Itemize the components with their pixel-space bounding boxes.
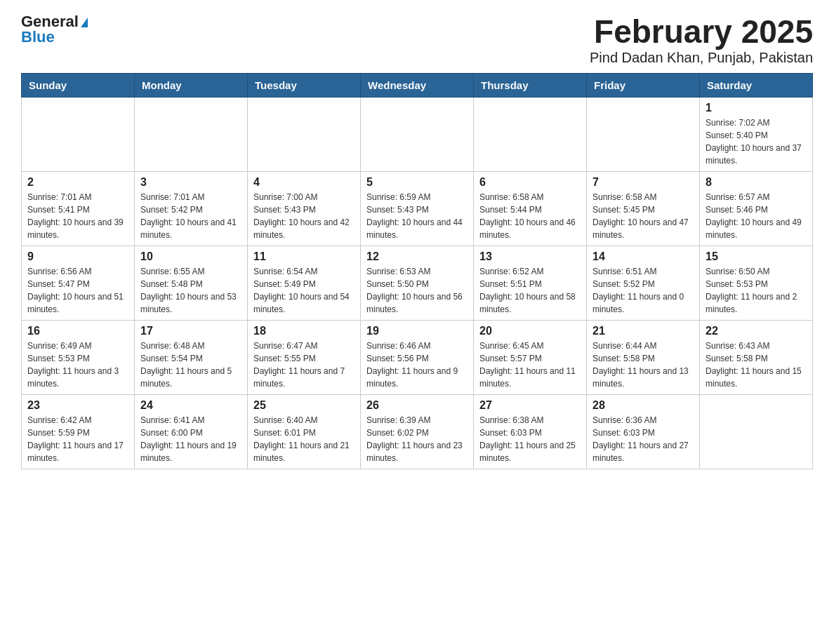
- day-number: 25: [253, 399, 355, 412]
- day-number: 8: [706, 176, 807, 189]
- day-info: Sunrise: 7:00 AMSunset: 5:43 PMDaylight:…: [253, 191, 355, 241]
- calendar-cell: 28Sunrise: 6:36 AMSunset: 6:03 PMDayligh…: [587, 394, 700, 469]
- day-number: 13: [479, 250, 581, 263]
- day-info: Sunrise: 6:57 AMSunset: 5:46 PMDaylight:…: [706, 191, 807, 241]
- day-info: Sunrise: 6:36 AMSunset: 6:03 PMDaylight:…: [593, 414, 694, 464]
- logo-triangle-icon: [81, 18, 88, 27]
- logo: General Blue: [21, 14, 88, 45]
- calendar-table: SundayMondayTuesdayWednesdayThursdayFrid…: [21, 73, 813, 469]
- calendar-week-row: 9Sunrise: 6:56 AMSunset: 5:47 PMDaylight…: [22, 246, 813, 320]
- day-number: 11: [253, 250, 355, 263]
- day-info: Sunrise: 7:02 AMSunset: 5:40 PMDaylight:…: [706, 116, 807, 167]
- day-info: Sunrise: 6:49 AMSunset: 5:53 PMDaylight:…: [27, 340, 128, 390]
- day-info: Sunrise: 6:58 AMSunset: 5:44 PMDaylight:…: [479, 191, 581, 241]
- calendar-cell: 13Sunrise: 6:52 AMSunset: 5:51 PMDayligh…: [474, 246, 587, 320]
- day-number: 27: [479, 399, 581, 412]
- day-number: 5: [366, 176, 468, 189]
- day-number: 23: [27, 399, 128, 412]
- day-number: 12: [366, 250, 468, 263]
- calendar-subtitle: Pind Dadan Khan, Punjab, Pakistan: [590, 50, 813, 66]
- day-number: 2: [27, 176, 128, 189]
- day-number: 19: [366, 325, 468, 337]
- calendar-cell: 20Sunrise: 6:45 AMSunset: 5:57 PMDayligh…: [474, 320, 587, 394]
- day-info: Sunrise: 6:38 AMSunset: 6:03 PMDaylight:…: [479, 414, 581, 464]
- calendar-cell: [361, 97, 474, 171]
- calendar-cell: 15Sunrise: 6:50 AMSunset: 5:53 PMDayligh…: [700, 246, 813, 320]
- calendar-cell: 16Sunrise: 6:49 AMSunset: 5:53 PMDayligh…: [22, 320, 135, 394]
- day-number: 1: [706, 102, 807, 114]
- day-info: Sunrise: 6:43 AMSunset: 5:58 PMDaylight:…: [706, 340, 807, 390]
- weekday-header-thursday: Thursday: [474, 73, 587, 97]
- day-number: 24: [140, 399, 241, 412]
- calendar-cell: 11Sunrise: 6:54 AMSunset: 5:49 PMDayligh…: [248, 246, 361, 320]
- day-number: 21: [593, 325, 694, 337]
- calendar-cell: 25Sunrise: 6:40 AMSunset: 6:01 PMDayligh…: [248, 394, 361, 469]
- day-info: Sunrise: 6:50 AMSunset: 5:53 PMDaylight:…: [706, 265, 807, 316]
- logo-top-line: General: [21, 14, 88, 29]
- day-number: 9: [27, 250, 128, 263]
- calendar-cell: 14Sunrise: 6:51 AMSunset: 5:52 PMDayligh…: [587, 246, 700, 320]
- day-info: Sunrise: 6:41 AMSunset: 6:00 PMDaylight:…: [140, 414, 241, 464]
- day-number: 3: [140, 176, 241, 189]
- calendar-cell: 22Sunrise: 6:43 AMSunset: 5:58 PMDayligh…: [700, 320, 813, 394]
- calendar-cell: 5Sunrise: 6:59 AMSunset: 5:43 PMDaylight…: [361, 171, 474, 246]
- calendar-cell: 4Sunrise: 7:00 AMSunset: 5:43 PMDaylight…: [248, 171, 361, 246]
- day-info: Sunrise: 6:40 AMSunset: 6:01 PMDaylight:…: [253, 414, 355, 464]
- calendar-week-row: 2Sunrise: 7:01 AMSunset: 5:41 PMDaylight…: [22, 171, 813, 246]
- weekday-header-friday: Friday: [587, 73, 700, 97]
- page-header: General Blue February 2025 Pind Dadan Kh…: [21, 14, 813, 66]
- calendar-cell: 1Sunrise: 7:02 AMSunset: 5:40 PMDaylight…: [700, 97, 813, 171]
- day-number: 10: [140, 250, 241, 263]
- day-number: 28: [593, 399, 694, 412]
- calendar-cell: [135, 97, 248, 171]
- day-info: Sunrise: 6:56 AMSunset: 5:47 PMDaylight:…: [27, 265, 128, 316]
- calendar-cell: 7Sunrise: 6:58 AMSunset: 5:45 PMDaylight…: [587, 171, 700, 246]
- day-number: 22: [706, 325, 807, 337]
- day-info: Sunrise: 6:54 AMSunset: 5:49 PMDaylight:…: [253, 265, 355, 316]
- day-info: Sunrise: 6:52 AMSunset: 5:51 PMDaylight:…: [479, 265, 581, 316]
- day-info: Sunrise: 6:58 AMSunset: 5:45 PMDaylight:…: [593, 191, 694, 241]
- weekday-header-row: SundayMondayTuesdayWednesdayThursdayFrid…: [22, 73, 813, 97]
- day-info: Sunrise: 6:55 AMSunset: 5:48 PMDaylight:…: [140, 265, 241, 316]
- calendar-cell: 3Sunrise: 7:01 AMSunset: 5:42 PMDaylight…: [135, 171, 248, 246]
- calendar-body: 1Sunrise: 7:02 AMSunset: 5:40 PMDaylight…: [22, 97, 813, 469]
- day-info: Sunrise: 6:46 AMSunset: 5:56 PMDaylight:…: [366, 340, 468, 390]
- calendar-cell: 19Sunrise: 6:46 AMSunset: 5:56 PMDayligh…: [361, 320, 474, 394]
- calendar-cell: 24Sunrise: 6:41 AMSunset: 6:00 PMDayligh…: [135, 394, 248, 469]
- weekday-header-saturday: Saturday: [700, 73, 813, 97]
- day-number: 15: [706, 250, 807, 263]
- calendar-cell: 8Sunrise: 6:57 AMSunset: 5:46 PMDaylight…: [700, 171, 813, 246]
- logo-blue-text: Blue: [21, 28, 55, 46]
- day-info: Sunrise: 6:44 AMSunset: 5:58 PMDaylight:…: [593, 340, 694, 390]
- title-block: February 2025 Pind Dadan Khan, Punjab, P…: [590, 14, 813, 66]
- day-number: 18: [253, 325, 355, 337]
- weekday-header-sunday: Sunday: [22, 73, 135, 97]
- day-info: Sunrise: 6:47 AMSunset: 5:55 PMDaylight:…: [253, 340, 355, 390]
- day-info: Sunrise: 6:42 AMSunset: 5:59 PMDaylight:…: [27, 414, 128, 464]
- weekday-header-wednesday: Wednesday: [361, 73, 474, 97]
- day-number: 6: [479, 176, 581, 189]
- calendar-cell: [587, 97, 700, 171]
- calendar-cell: 2Sunrise: 7:01 AMSunset: 5:41 PMDaylight…: [22, 171, 135, 246]
- calendar-header: SundayMondayTuesdayWednesdayThursdayFrid…: [22, 73, 813, 97]
- calendar-cell: 18Sunrise: 6:47 AMSunset: 5:55 PMDayligh…: [248, 320, 361, 394]
- calendar-cell: 21Sunrise: 6:44 AMSunset: 5:58 PMDayligh…: [587, 320, 700, 394]
- day-info: Sunrise: 6:39 AMSunset: 6:02 PMDaylight:…: [366, 414, 468, 464]
- day-info: Sunrise: 7:01 AMSunset: 5:42 PMDaylight:…: [140, 191, 241, 241]
- calendar-cell: [248, 97, 361, 171]
- day-info: Sunrise: 7:01 AMSunset: 5:41 PMDaylight:…: [27, 191, 128, 241]
- calendar-cell: 9Sunrise: 6:56 AMSunset: 5:47 PMDaylight…: [22, 246, 135, 320]
- calendar-title: February 2025: [590, 14, 813, 50]
- calendar-cell: 23Sunrise: 6:42 AMSunset: 5:59 PMDayligh…: [22, 394, 135, 469]
- calendar-cell: [700, 394, 813, 469]
- day-info: Sunrise: 6:48 AMSunset: 5:54 PMDaylight:…: [140, 340, 241, 390]
- day-number: 16: [27, 325, 128, 337]
- calendar-cell: 27Sunrise: 6:38 AMSunset: 6:03 PMDayligh…: [474, 394, 587, 469]
- calendar-cell: 17Sunrise: 6:48 AMSunset: 5:54 PMDayligh…: [135, 320, 248, 394]
- day-number: 20: [479, 325, 581, 337]
- day-number: 17: [140, 325, 241, 337]
- day-info: Sunrise: 6:53 AMSunset: 5:50 PMDaylight:…: [366, 265, 468, 316]
- day-number: 14: [593, 250, 694, 263]
- calendar-cell: 26Sunrise: 6:39 AMSunset: 6:02 PMDayligh…: [361, 394, 474, 469]
- day-info: Sunrise: 6:45 AMSunset: 5:57 PMDaylight:…: [479, 340, 581, 390]
